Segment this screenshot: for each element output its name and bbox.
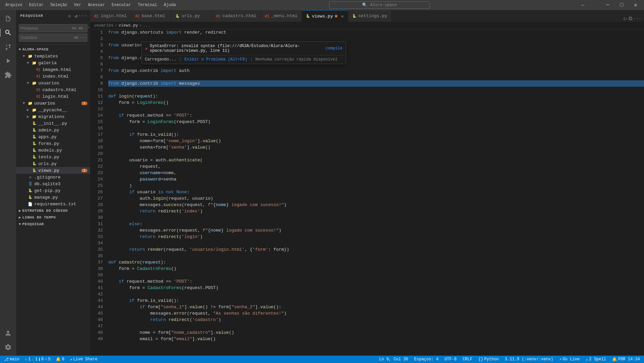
explorer-section-header[interactable]: ▼ ALURA-SPACE (16, 46, 90, 53)
status-spaces[interactable]: Espaços: 4 (413, 357, 440, 362)
status-live-share[interactable]: ↗ Live Share (69, 357, 99, 362)
status-spell[interactable]: ⚠ 2 Spell (585, 357, 608, 362)
tab-menu-html[interactable]: dj _menu.html (261, 10, 302, 22)
split-editor-btn[interactable]: ⧉ (629, 15, 632, 22)
tab-cadastro-html[interactable]: dj cadastro.html (212, 10, 261, 22)
more-actions-btn[interactable]: ··· (80, 13, 86, 19)
tab-label-cadastro: cadastro.html (222, 13, 256, 18)
clear-search-btn[interactable]: ✕ (67, 13, 73, 19)
error-compile-link[interactable]: compile (326, 46, 343, 51)
status-language[interactable]: {} Python (477, 357, 500, 362)
tree-item-cadastro-html[interactable]: dj cadastro.html (16, 86, 90, 93)
tree-item-requirements-txt[interactable]: 📄 requirements.txt (16, 201, 90, 207)
status-git-branch[interactable]: ⎇ main (3, 357, 21, 362)
code-line-47 (108, 323, 644, 329)
activity-bar-bottom (0, 327, 16, 356)
tree-label-galeria: galeria (38, 61, 57, 66)
status-go-live[interactable]: ⚡ Go Live (558, 357, 581, 362)
menu-ver[interactable]: Ver (71, 2, 84, 8)
nav-back[interactable]: ← (580, 2, 586, 8)
tab-login-html[interactable]: dj login.html (90, 10, 131, 22)
tree-item-admin-py[interactable]: 🐍 admin.py (16, 127, 90, 133)
code-line-9: from django.contrib import messages (108, 80, 644, 87)
activity-run[interactable] (2, 55, 14, 67)
tree-item-usuarios-app[interactable]: ▼ 📁 usuarios • (16, 100, 90, 107)
loading-text: Carregando... (145, 57, 176, 62)
code-content[interactable]: from django.shortcuts import render, red… (107, 29, 644, 356)
match-word-btn[interactable]: ab (78, 25, 84, 31)
menu-executar[interactable]: Executar (109, 2, 134, 8)
tree-item-models-py[interactable]: 🐍 models.py (16, 147, 90, 154)
breadcrumb-more[interactable]: ... (143, 23, 151, 28)
tree-item-templates[interactable]: ▼ 📁 templates (16, 53, 90, 59)
activity-extensions[interactable] (2, 69, 14, 81)
activity-settings[interactable] (2, 341, 14, 353)
structure-section-header[interactable]: ▶ ESTRUTURA DO CÓDIGO (16, 207, 90, 214)
tree-item-galeria[interactable]: ▼ 📁 galeria (16, 59, 90, 66)
breadcrumb-usuarios[interactable]: usuarios (94, 23, 114, 28)
breadcrumb-views-py[interactable]: views.py (119, 23, 138, 28)
status-errors[interactable]: ✕ 1 ⚠ 1 ℹ 0 ○ 5 (24, 357, 52, 362)
more-editor-btn[interactable]: ··· (634, 16, 641, 21)
tree-item-pycache[interactable]: ▶ 📁 __pycache__ (16, 107, 90, 113)
activity-source-control[interactable] (2, 41, 14, 52)
tree-item-get-pip-py[interactable]: 🐍 get-pip.py (16, 187, 90, 194)
menu-editar[interactable]: Editar (26, 2, 46, 8)
tab-settings-py[interactable]: 🐍 settings.py (348, 10, 392, 22)
activity-account[interactable] (2, 327, 14, 339)
tree-label-forms-py: forms.py (38, 141, 59, 146)
git-icon: ⎇ (4, 357, 9, 362)
win-restore[interactable]: □ (616, 2, 628, 8)
tree-item-views-py[interactable]: 🐍 views.py 1 (16, 167, 90, 174)
status-line-ending[interactable]: CRLF (461, 357, 474, 362)
status-notifications[interactable]: 🔔 POR 14:34 (611, 357, 641, 362)
error-tooltip-header: ✕ SyntaxError: invalid syntax (file:///d… (142, 42, 346, 55)
tree-item-imagem-html[interactable]: dj imagem.html (16, 66, 90, 73)
status-position[interactable]: Ln 9, Col 36 (378, 357, 409, 362)
search-input[interactable] (21, 26, 71, 31)
tab-icon-base: dj (135, 14, 139, 18)
search-section-header[interactable]: ▼ PESQUISAR (16, 221, 90, 228)
status-badges[interactable]: 🔔 0 (54, 357, 66, 362)
win-close[interactable]: ✕ (630, 2, 641, 8)
show-problem-link[interactable]: Exibir o Problema (Alt+F8) (184, 57, 247, 62)
activity-search[interactable] (2, 27, 14, 38)
timeline-section-header[interactable]: ▶ LINHA DO TEMPO (16, 214, 90, 221)
tree-item-db-sqlite3[interactable]: 🗄 db.sqlite3 (16, 180, 90, 187)
tree-item-init-py[interactable]: 🐍 __init__.py (16, 120, 90, 127)
tab-close-views[interactable]: ✕ (341, 13, 344, 19)
tab-views-py[interactable]: 🐍 views.py ✕ (302, 10, 348, 22)
code-line-34 (108, 240, 644, 246)
activity-explorer[interactable] (2, 13, 14, 24)
tree-item-tests-py[interactable]: 🐍 tests.py (16, 154, 90, 160)
tab-urls-py[interactable]: 🐍 urls.py (171, 10, 212, 22)
replace-more-btn[interactable]: ··· (80, 35, 86, 41)
code-line-30 (108, 214, 644, 221)
status-encoding[interactable]: UTF-8 (443, 357, 458, 362)
nav-forward[interactable]: → (589, 2, 594, 8)
tree-item-forms-py[interactable]: 🐍 forms.py (16, 140, 90, 147)
replace-input[interactable] (21, 35, 73, 40)
regex-btn[interactable]: .* (84, 25, 90, 31)
menu-terminal[interactable]: Terminal (135, 2, 160, 8)
tab-base-html[interactable]: dj base.html (131, 10, 171, 22)
tree-item-migrations[interactable]: ▶ 📁 migrations (16, 113, 90, 120)
win-minimize[interactable]: ─ (602, 2, 613, 8)
menu-arquivo[interactable]: Arquivo (3, 2, 25, 8)
tree-item-manage-py[interactable]: 🐍 manage.py (16, 194, 90, 201)
status-python-version[interactable]: 3.11.9 (:venv/:venv) (504, 357, 555, 362)
menu-acessar[interactable]: Acessar (85, 2, 108, 8)
match-case-btn[interactable]: Aa (71, 25, 77, 31)
tree-item-urls-py[interactable]: 🐍 urls.py (16, 160, 90, 167)
run-btn[interactable]: ▷ (624, 15, 627, 22)
tree-item-usuarios-templates[interactable]: ▼ 📁 usuarios (16, 80, 90, 86)
usuarios-badge: • (81, 102, 87, 105)
search-input-row: Aa ab .* ⊞ (19, 24, 87, 32)
preserve-case-btn[interactable]: AB (73, 35, 79, 41)
tree-item-apps-py[interactable]: 🐍 apps.py (16, 133, 90, 140)
menu-selecao[interactable]: Seleção (48, 2, 70, 8)
tree-item-login-html[interactable]: dj login.html (16, 93, 90, 100)
tree-item-gitignore[interactable]: ⚙ .gitignore (16, 174, 90, 180)
tree-item-index-html[interactable]: dj index.html (16, 73, 90, 80)
menu-ajuda[interactable]: Ajuda (161, 2, 178, 8)
